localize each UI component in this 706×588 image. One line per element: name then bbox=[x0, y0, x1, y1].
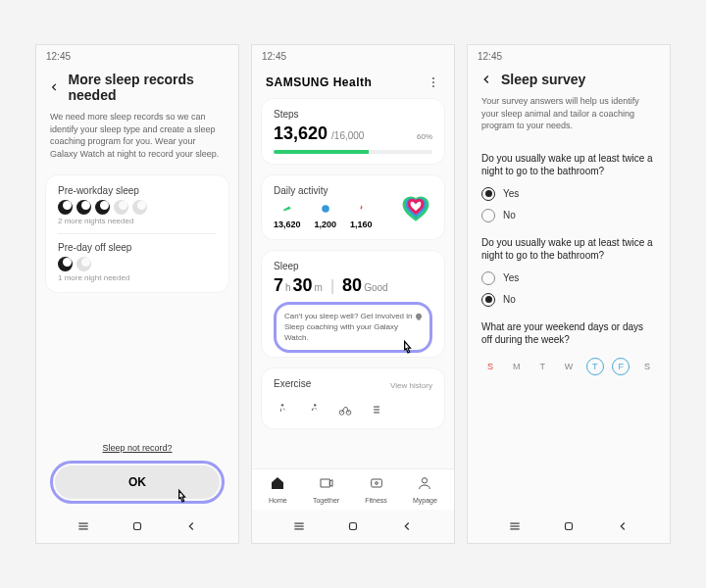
description: We need more sleep records so we can ide… bbox=[36, 111, 238, 170]
android-nav bbox=[252, 510, 454, 543]
radio-q1-no[interactable]: No bbox=[468, 205, 670, 226]
back-nav-icon[interactable] bbox=[400, 519, 414, 533]
more-icon[interactable] bbox=[427, 75, 440, 89]
cycling-icon[interactable] bbox=[338, 403, 352, 416]
tab-together[interactable]: Together bbox=[313, 475, 339, 504]
back-nav-icon[interactable] bbox=[616, 519, 630, 533]
recents-icon[interactable] bbox=[508, 519, 522, 533]
brand-title: SAMSUNG Health bbox=[266, 75, 372, 89]
back-icon[interactable] bbox=[48, 80, 60, 94]
back-icon[interactable] bbox=[479, 73, 493, 86]
list-icon[interactable] bbox=[370, 403, 383, 416]
moon-icon bbox=[114, 200, 128, 215]
sleep-coaching-prompt[interactable]: Can't you sleep well? Get involved in Sl… bbox=[278, 307, 428, 348]
day-tue[interactable]: T bbox=[533, 358, 551, 375]
fitness-tab-icon bbox=[369, 475, 384, 491]
steps-progress-bar bbox=[274, 150, 432, 154]
heart-rings-icon bbox=[399, 191, 432, 224]
svg-point-17 bbox=[423, 478, 428, 483]
question-1: Do you usually wake up at least twice a … bbox=[481, 152, 656, 177]
tab-mypage[interactable]: Mypage bbox=[413, 475, 437, 504]
svg-point-10 bbox=[339, 410, 344, 415]
home-icon[interactable] bbox=[130, 519, 144, 533]
svg-point-8 bbox=[281, 404, 283, 406]
radio-icon bbox=[481, 187, 495, 201]
exercise-header: Exercise View history bbox=[274, 378, 432, 393]
home-icon[interactable] bbox=[346, 519, 360, 533]
moon-icon bbox=[132, 200, 147, 215]
svg-point-4 bbox=[432, 77, 434, 79]
sleep-label: Sleep bbox=[274, 261, 432, 271]
exercise-card[interactable]: Exercise View history bbox=[262, 368, 444, 428]
day-selector: S M T W T F S bbox=[468, 352, 670, 381]
activity-steps: 13,620 bbox=[274, 202, 301, 229]
svg-point-5 bbox=[432, 81, 434, 83]
header: More sleep records needed bbox=[36, 68, 238, 111]
svg-point-16 bbox=[375, 482, 378, 485]
svg-point-9 bbox=[314, 404, 316, 406]
bulb-icon bbox=[414, 313, 424, 322]
home-icon[interactable] bbox=[562, 519, 576, 533]
radio-q2-yes[interactable]: Yes bbox=[468, 268, 670, 289]
status-time: 12:45 bbox=[36, 45, 238, 68]
recents-icon[interactable] bbox=[292, 519, 306, 533]
together-tab-icon bbox=[319, 475, 334, 491]
steps-card[interactable]: Steps 13,620 /16,000 60% bbox=[262, 99, 444, 164]
steps-value: 13,620 bbox=[274, 123, 328, 144]
pre-workday-sub: 2 more nights needed bbox=[58, 217, 217, 225]
daily-activity-label: Daily activity bbox=[274, 185, 373, 196]
moon-icon bbox=[58, 257, 73, 271]
daily-activity-card[interactable]: Daily activity 13,620 1,200 1,160 bbox=[262, 175, 444, 239]
steps-percent: 60% bbox=[417, 132, 432, 141]
pre-workday-label: Pre-workday sleep bbox=[58, 185, 217, 196]
walking-icon[interactable] bbox=[276, 403, 289, 416]
radio-q2-no[interactable]: No bbox=[468, 289, 670, 311]
svg-point-11 bbox=[346, 410, 351, 415]
sleep-not-record-link[interactable]: Sleep not record? bbox=[50, 435, 225, 461]
radio-icon bbox=[481, 293, 495, 307]
day-fri[interactable]: F bbox=[612, 358, 630, 375]
sleep-values: 7 h 30 m | 80 Good bbox=[274, 275, 432, 296]
day-sun[interactable]: S bbox=[481, 358, 499, 375]
steps-label: Steps bbox=[274, 109, 432, 120]
view-history-link[interactable]: View history bbox=[390, 381, 432, 390]
mypage-tab-icon bbox=[417, 475, 432, 491]
sleep-records-card: Pre-workday sleep 2 more nights needed P… bbox=[46, 175, 228, 292]
radio-q1-yes[interactable]: Yes bbox=[468, 183, 670, 205]
svg-rect-3 bbox=[133, 523, 140, 530]
svg-rect-15 bbox=[371, 479, 381, 487]
highlight-ring: OK bbox=[50, 461, 225, 504]
moon-icon bbox=[95, 200, 110, 215]
back-nav-icon[interactable] bbox=[184, 519, 198, 533]
home-tab-icon bbox=[270, 475, 285, 491]
tab-fitness[interactable]: Fitness bbox=[365, 475, 387, 504]
ok-button[interactable]: OK bbox=[55, 466, 220, 499]
day-mon[interactable]: M bbox=[508, 358, 526, 375]
day-thu[interactable]: T bbox=[586, 358, 604, 375]
android-nav bbox=[36, 510, 238, 543]
steps-goal: /16,000 bbox=[331, 130, 364, 141]
pre-dayoff-sub: 1 more night needed bbox=[58, 273, 217, 282]
activity-row: 13,620 1,200 1,160 bbox=[274, 202, 373, 229]
activity-time: 1,200 bbox=[315, 202, 337, 229]
screen-health-home: 12:45 SAMSUNG Health Steps 13,620 /16,00… bbox=[251, 44, 455, 544]
day-wed[interactable]: W bbox=[560, 358, 578, 375]
pre-dayoff-progress bbox=[58, 257, 217, 271]
svg-point-7 bbox=[322, 205, 329, 213]
recents-icon[interactable] bbox=[76, 519, 90, 533]
running-icon[interactable] bbox=[307, 403, 321, 416]
screen-sleep-survey: 12:45 Sleep survey Your survey answers w… bbox=[467, 44, 671, 544]
day-sat[interactable]: S bbox=[638, 358, 656, 375]
divider bbox=[58, 233, 217, 234]
clock-icon bbox=[321, 204, 330, 214]
radio-icon bbox=[481, 271, 495, 285]
shoe-icon bbox=[282, 204, 292, 214]
highlight-ring: Can't you sleep well? Get involved in Sl… bbox=[274, 302, 432, 353]
pre-workday-progress bbox=[58, 200, 217, 215]
steps-progress-fill bbox=[274, 150, 369, 154]
svg-rect-21 bbox=[349, 523, 356, 530]
radio-icon bbox=[481, 209, 495, 222]
tab-home[interactable]: Home bbox=[269, 475, 287, 504]
sleep-card[interactable]: Sleep 7 h 30 m | 80 Good Can't you sleep… bbox=[262, 251, 444, 357]
moon-icon bbox=[76, 257, 91, 271]
